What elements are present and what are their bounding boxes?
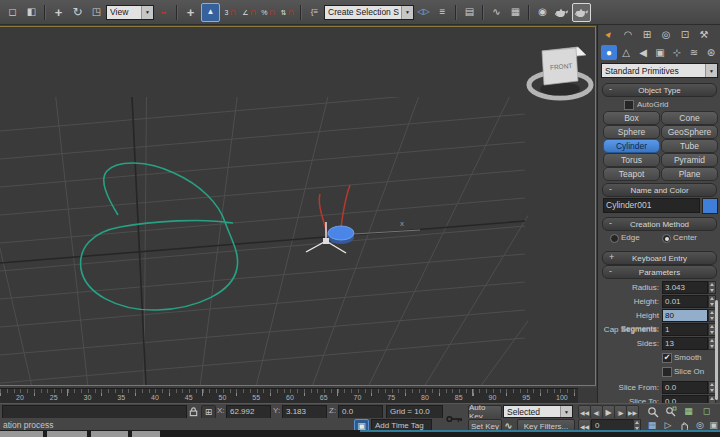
- ruler-label: 70: [354, 394, 362, 401]
- percent-snap-icon[interactable]: %∩: [260, 4, 277, 21]
- center-radio[interactable]: [662, 234, 671, 243]
- y-coord-field[interactable]: 3.183: [282, 405, 327, 419]
- magnet-icon: ∩: [269, 7, 276, 17]
- autogrid-checkbox[interactable]: [624, 100, 634, 110]
- snap-3d-icon[interactable]: 3∩: [222, 4, 239, 21]
- height-label: Height:: [598, 295, 659, 308]
- torus-button[interactable]: Torus: [603, 153, 660, 167]
- viewcube[interactable]: FRONT: [512, 41, 596, 109]
- go-to-end-button[interactable]: ▶▶: [626, 405, 639, 419]
- selection-filter-dropdown[interactable]: Selected ▼: [503, 405, 573, 418]
- selection-lock-icon[interactable]: [187, 405, 200, 418]
- dropdown-arrow-icon[interactable]: ▼: [705, 64, 717, 77]
- sphere-button[interactable]: Sphere: [603, 125, 660, 139]
- primitive-category-dropdown[interactable]: Standard Primitives ▼: [601, 63, 718, 78]
- schematic-view-icon[interactable]: ▦: [507, 4, 524, 21]
- creation-method-rollout[interactable]: - Creation Method: [602, 217, 717, 231]
- buffer-block: [47, 431, 87, 437]
- edit-named-selection-sets-icon[interactable]: {≡: [306, 4, 323, 21]
- spinner-snap-icon[interactable]: ⇅∩: [279, 4, 296, 21]
- zoom-all-icon[interactable]: [663, 405, 678, 418]
- select-scale-icon[interactable]: ◳: [88, 4, 105, 21]
- auto-key-button[interactable]: Auto Key: [468, 405, 502, 419]
- magnet-icon: ∩: [287, 7, 294, 17]
- cylinder-object[interactable]: [328, 226, 354, 240]
- utilities-tab-icon[interactable]: ⚒: [696, 27, 712, 42]
- render-production-icon[interactable]: [572, 3, 591, 22]
- perspective-viewport[interactable]: x FRONT: [0, 26, 596, 386]
- dropdown-arrow-icon[interactable]: ▼: [141, 6, 153, 19]
- zoom-icon[interactable]: [645, 405, 660, 418]
- name-color-rollout[interactable]: - Name and Color: [602, 183, 717, 197]
- timeline-ruler[interactable]: 20253035404550556065707580859095100: [0, 388, 578, 403]
- smooth-checkbox[interactable]: ✔: [662, 353, 672, 363]
- panel-scrollbar[interactable]: [715, 300, 718, 400]
- select-manipulate-icon[interactable]: +: [182, 4, 199, 21]
- create-tab-icon[interactable]: ▲: [598, 25, 620, 45]
- radius-field[interactable]: 3.043: [662, 281, 708, 294]
- object-name-field[interactable]: Cylinder001: [603, 198, 700, 213]
- display-tab-icon[interactable]: ⊡: [677, 27, 693, 42]
- percent-label: %: [261, 9, 267, 16]
- dropdown-arrow-icon[interactable]: ▼: [401, 6, 413, 19]
- snaps-toggle-icon[interactable]: ▲: [201, 3, 220, 22]
- parameters-rollout[interactable]: - Parameters: [602, 265, 717, 279]
- spacewarps-category-icon[interactable]: ≋: [686, 45, 702, 60]
- render-setup-icon[interactable]: [553, 4, 570, 21]
- tube-button[interactable]: Tube: [661, 139, 718, 153]
- slice-to-field[interactable]: 0.0: [662, 395, 708, 403]
- layer-manager-icon[interactable]: ▤: [461, 4, 478, 21]
- box-button[interactable]: Box: [603, 111, 660, 125]
- zoom-region-icon[interactable]: ◻: [699, 405, 714, 418]
- cone-button[interactable]: Cone: [661, 111, 718, 125]
- helpers-category-icon[interactable]: ⊹: [669, 45, 685, 60]
- spline-object[interactable]: [81, 163, 238, 310]
- slice-from-label: Slice From:: [598, 381, 659, 394]
- geometry-category-icon[interactable]: ●: [601, 45, 617, 60]
- maxscript-mini-listener[interactable]: [2, 405, 187, 419]
- rectangular-selection-icon[interactable]: ◻: [4, 4, 21, 21]
- curve-editor-icon[interactable]: ∿: [488, 4, 505, 21]
- z-coord-field[interactable]: 0.0: [338, 405, 383, 419]
- height-field[interactable]: 0.01: [662, 295, 708, 308]
- lights-category-icon[interactable]: ◀: [635, 45, 651, 60]
- set-key-mode-icon[interactable]: [446, 406, 464, 432]
- modify-tab-icon[interactable]: ◠: [620, 27, 636, 42]
- sides-field[interactable]: 13: [662, 337, 708, 350]
- teapot-button[interactable]: Teapot: [603, 167, 660, 181]
- cameras-category-icon[interactable]: ▣: [652, 45, 668, 60]
- object-color-swatch[interactable]: [702, 198, 718, 214]
- geosphere-button[interactable]: GeoSphere: [661, 125, 718, 139]
- category-value: Standard Primitives: [605, 66, 703, 76]
- systems-category-icon[interactable]: ⊛: [703, 45, 719, 60]
- reference-coordinate-dropdown[interactable]: View ▼: [106, 5, 154, 20]
- slice-from-field[interactable]: 0.0: [662, 381, 708, 394]
- select-move-icon[interactable]: +: [50, 4, 67, 21]
- cylinder-button[interactable]: Cylinder: [603, 139, 660, 153]
- keyboard-entry-rollout[interactable]: + Keyboard Entry: [602, 251, 717, 265]
- ruler-label: 55: [252, 394, 260, 401]
- window-crossing-icon[interactable]: ◧: [23, 4, 40, 21]
- cap-segments-field[interactable]: 1: [662, 323, 708, 336]
- align-icon[interactable]: ≡: [434, 4, 451, 21]
- pyramid-button[interactable]: Pyramid: [661, 153, 718, 167]
- angle-snap-icon[interactable]: ∠∩: [241, 4, 258, 21]
- zoom-extents-icon[interactable]: ▦: [681, 405, 696, 418]
- height-segments-field[interactable]: 80: [662, 309, 708, 322]
- motion-tab-icon[interactable]: ◎: [658, 27, 674, 42]
- x-coord-field[interactable]: 62.992: [226, 405, 271, 419]
- slice-on-checkbox[interactable]: [662, 367, 672, 377]
- material-editor-icon[interactable]: ◉: [534, 4, 551, 21]
- mirror-icon[interactable]: ◁▷: [415, 4, 432, 21]
- edge-radio[interactable]: [610, 234, 619, 243]
- shapes-category-icon[interactable]: △: [618, 45, 634, 60]
- select-rotate-icon[interactable]: ↻: [69, 4, 86, 21]
- use-pivot-center-icon[interactable]: ▪▪: [155, 4, 172, 21]
- named-selection-sets-dropdown[interactable]: Create Selection Se ▼: [324, 5, 414, 20]
- radius-spinner[interactable]: [708, 281, 716, 294]
- dropdown-arrow-icon[interactable]: ▼: [560, 406, 572, 417]
- hierarchy-tab-icon[interactable]: ⊞: [639, 27, 655, 42]
- rollout-expander: -: [609, 84, 612, 94]
- object-type-rollout[interactable]: - Object Type: [602, 83, 717, 97]
- plane-button[interactable]: Plane: [661, 167, 718, 181]
